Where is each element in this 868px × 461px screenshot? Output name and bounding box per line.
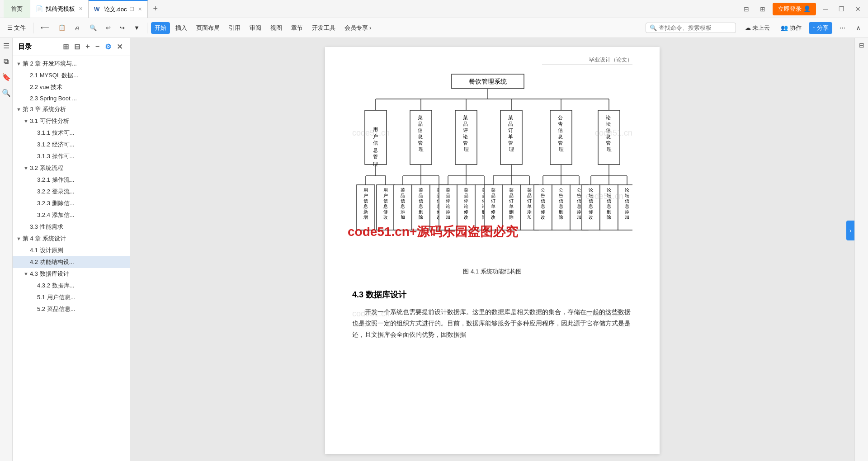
toc-item-1[interactable]: 2.1 MYSQL 数据...	[13, 70, 130, 81]
toc-label-18: 4.3 数据库设计	[30, 270, 69, 278]
toc-label-2: 2.2 vue 技术	[30, 83, 62, 91]
grid-icon[interactable]: ⊞	[756, 4, 769, 14]
toolbar-undo-icon[interactable]: ⟵	[37, 23, 53, 33]
layout-icon[interactable]: ⊟	[740, 4, 753, 14]
svg-text:菜品订单修改: 菜品订单修改	[491, 188, 495, 220]
search-input[interactable]	[659, 24, 731, 31]
toolbar-insert[interactable]: 插入	[172, 22, 191, 34]
layers-icon[interactable]: ⧉	[4, 57, 9, 66]
toc-icon[interactable]: ☰	[3, 42, 9, 50]
toolbar-vip[interactable]: 会员专享 ›	[341, 22, 375, 34]
section-43-heading: 4.3 数据库设计	[352, 289, 632, 300]
toc-label-17: 4.2 功能结构设...	[30, 258, 74, 266]
toc-item-21[interactable]: 5.2 菜品信息...	[13, 303, 130, 315]
toc-item-8[interactable]: 3.1.3 操作可...	[13, 151, 130, 162]
toc-settings-icon[interactable]: ⚙	[103, 42, 113, 52]
share-btn[interactable]: ↑ 分享	[809, 22, 832, 34]
toc-item-16[interactable]: 4.1 设计原则	[13, 245, 130, 256]
toc-item-2[interactable]: 2.2 vue 技术	[13, 81, 130, 93]
toolbar-redo-icon[interactable]: 📋	[55, 23, 69, 33]
search-icon: 🔍	[650, 24, 657, 31]
toc-item-19[interactable]: 4.3.2 数据库...	[13, 280, 130, 292]
toc-item-5[interactable]: ▼3.1 可行性分析	[13, 115, 130, 127]
toc-item-15[interactable]: ▼第 4 章 系统设计	[13, 233, 130, 245]
svg-text:论坛信息修改: 论坛信息修改	[588, 188, 593, 220]
toc-arrow-5[interactable]: ▼	[24, 118, 28, 124]
toolbar-ref[interactable]: 引用	[225, 22, 244, 34]
toc-arrow-0[interactable]: ▼	[16, 61, 21, 66]
toc-item-4[interactable]: ▼第 3 章 系统分析	[13, 103, 130, 115]
toc-remove-icon[interactable]: −	[94, 42, 101, 52]
toc-arrow-18[interactable]: ▼	[24, 271, 28, 277]
doc-header-text: 毕业设计（论文）	[589, 56, 632, 63]
svg-text:菜品评论修改: 菜品评论修改	[464, 188, 468, 220]
doc-area[interactable]: 毕业设计（论文） code51.cn code51.cn code51.cn c…	[130, 38, 854, 461]
toc-label-0: 第 2 章 开发环境与...	[23, 60, 77, 68]
bookmark-icon[interactable]: 🔖	[2, 73, 11, 81]
tab-doc-close[interactable]: ✕	[138, 6, 142, 12]
close-button[interactable]: ✕	[852, 4, 864, 14]
toolbar-more-icon[interactable]: ▼	[130, 23, 143, 33]
toc-item-6[interactable]: 3.1.1 技术可...	[13, 127, 130, 139]
toolbar-right: ☁ 未上云 👥 协作 ↑ 分享 ⋯ ∧	[741, 22, 864, 34]
doc-icon: W	[94, 6, 101, 13]
toc-label-5: 3.1 可行性分析	[30, 117, 69, 125]
search-panel-icon[interactable]: 🔍	[2, 89, 11, 97]
collab-btn[interactable]: 👥 协作	[777, 22, 805, 34]
toc-arrow-9[interactable]: ▼	[24, 165, 28, 171]
collapse-btn[interactable]: ∧	[853, 23, 864, 33]
minimize-button[interactable]: ─	[820, 4, 831, 14]
toc-arrow-4[interactable]: ▼	[16, 107, 21, 112]
doc-restore-icon[interactable]: ❐	[130, 6, 134, 12]
toc-collapse-all-icon[interactable]: ⊟	[72, 42, 82, 52]
start-label: 开始	[155, 24, 166, 32]
toolbar-file[interactable]: ☰ 文件	[4, 22, 29, 34]
toc-label-20: 5.1 用户信息...	[37, 293, 75, 301]
sidebar-close-icon[interactable]: ✕	[115, 42, 124, 52]
toc-item-7[interactable]: 3.1.2 经济可...	[13, 139, 130, 151]
search-box[interactable]: 🔍	[646, 23, 736, 33]
right-panel: ⊟	[854, 38, 868, 461]
toc-label-8: 3.1.3 操作可...	[37, 152, 74, 160]
toolbar-chapter[interactable]: 章节	[288, 22, 307, 34]
toc-scroll[interactable]: ▼第 2 章 开发环境与...2.1 MYSQL 数据...2.2 vue 技术…	[13, 56, 130, 461]
toolbar-layout[interactable]: 页面布局	[193, 22, 223, 34]
right-expand-tab[interactable]: ›	[846, 221, 854, 240]
add-tab-button[interactable]: +	[148, 4, 164, 14]
toolbar-undo2-icon[interactable]: ↩	[102, 23, 114, 33]
maximize-button[interactable]: ❐	[835, 4, 848, 14]
toc-item-0[interactable]: ▼第 2 章 开发环境与...	[13, 58, 130, 70]
toolbar-print-icon[interactable]: 🖨	[71, 23, 84, 33]
toc-arrow-15[interactable]: ▼	[16, 236, 21, 241]
toc-item-3[interactable]: 2.3 Spring Boot ...	[13, 93, 130, 103]
login-button[interactable]: 立即登录 👤	[773, 3, 816, 15]
toc-item-9[interactable]: ▼3.2 系统流程	[13, 162, 130, 174]
view-label: 视图	[270, 24, 282, 32]
cloud-btn[interactable]: ☁ 未上云	[741, 22, 774, 34]
more-options-btn[interactable]: ⋯	[836, 23, 849, 33]
toolbar-start[interactable]: 开始	[151, 22, 170, 34]
sidebar: 目录 ⊞ ⊟ + − ⚙ ✕ ▼第 2 章 开发环境与...2.1 MYSQL …	[13, 38, 130, 461]
toc-item-13[interactable]: 3.2.4 添加信...	[13, 209, 130, 221]
toc-item-18[interactable]: ▼4.3 数据库设计	[13, 268, 130, 280]
toc-item-20[interactable]: 5.1 用户信息...	[13, 292, 130, 303]
svg-text:用户信息修改: 用户信息修改	[383, 188, 388, 220]
home-tab[interactable]: 首页	[4, 0, 30, 18]
toolbar-redo2-icon[interactable]: ↪	[116, 23, 128, 33]
toc-item-14[interactable]: 3.3 性能需求	[13, 221, 130, 233]
toc-add-icon[interactable]: +	[84, 42, 91, 52]
tab-template-close[interactable]: ✕	[79, 6, 83, 12]
tab-template[interactable]: 📄 找稿壳模板 ✕	[30, 0, 89, 18]
toc-item-12[interactable]: 3.2.3 删除信...	[13, 198, 130, 209]
svg-text:公告信息添加: 公告信息添加	[576, 188, 581, 220]
toolbar-devtools[interactable]: 开发工具	[308, 22, 339, 34]
toolbar-view[interactable]: 视图	[267, 22, 286, 34]
tab-doc[interactable]: W 论文.doc ❐ ✕	[89, 0, 148, 18]
toc-expand-all-icon[interactable]: ⊞	[61, 42, 71, 52]
toolbar-review[interactable]: 审阅	[246, 22, 265, 34]
toc-item-10[interactable]: 3.2.1 操作流...	[13, 174, 130, 186]
toolbar-preview-icon[interactable]: 🔍	[86, 23, 100, 33]
toc-item-11[interactable]: 3.2.2 登录流...	[13, 186, 130, 198]
filter-icon[interactable]: ⊟	[859, 42, 864, 49]
toc-item-17[interactable]: 4.2 功能结构设...	[13, 256, 130, 268]
